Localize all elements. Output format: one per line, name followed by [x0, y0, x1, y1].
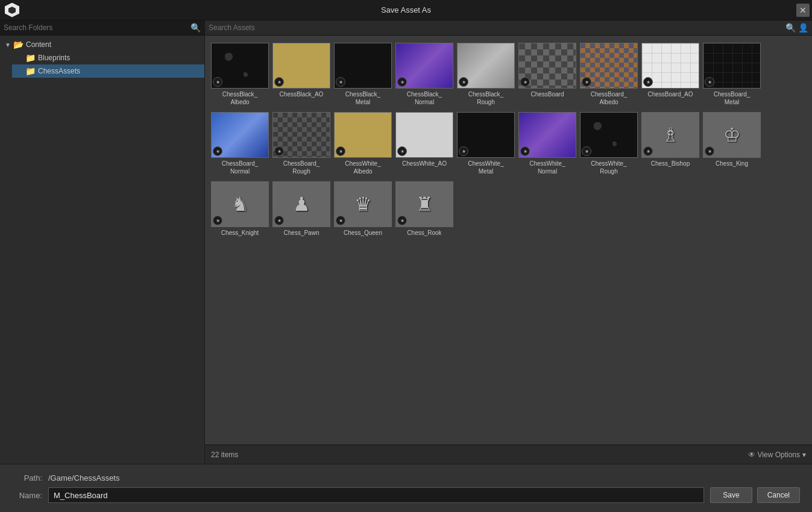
main-content: 🔍 ▼ 📂 Content 📁 Blueprints 📁: [0, 20, 812, 464]
folder-search-button[interactable]: 🔍: [190, 23, 201, 33]
asset-thumbnail: ★: [518, 43, 576, 89]
asset-thumbnail: ★: [334, 43, 392, 89]
asset-item[interactable]: ★ChessBoard_ Normal: [210, 110, 270, 178]
view-options-label: View Options: [758, 451, 800, 459]
asset-item[interactable]: ★ChessBlack_ Rough: [456, 40, 516, 108]
view-options-button[interactable]: 👁 View Options ▾: [748, 451, 806, 459]
star-badge-icon: ★: [397, 216, 407, 225]
asset-thumbnail: ★: [457, 43, 515, 89]
asset-item[interactable]: ♛★Chess_Queen: [333, 179, 393, 239]
dialog-title: Save Asset As: [381, 5, 431, 14]
asset-item[interactable]: ★ChessWhite_ Normal: [517, 110, 578, 178]
view-options-icon: 👁: [748, 451, 755, 459]
close-button[interactable]: ✕: [796, 4, 810, 17]
tree-item-content[interactable]: ▼ 📂 Content: [0, 38, 204, 51]
asset-item[interactable]: ★ChessBoard_AO: [640, 40, 700, 108]
asset-name-label: ChessWhite_ Albedo: [345, 160, 380, 175]
content-area: 🔍 👤 ★ChessBlack_ Albedo★ChessBlack_AO★Ch…: [205, 20, 812, 464]
star-badge-icon: ★: [459, 77, 468, 87]
chess-piece-icon: ♜: [416, 193, 433, 216]
star-badge-icon: ★: [705, 77, 714, 87]
asset-item[interactable]: ♞★Chess_Knight: [210, 179, 270, 239]
star-badge-icon: ★: [274, 77, 284, 87]
status-bar: 22 items 👁 View Options ▾: [205, 445, 812, 464]
tree-item-chessassets[interactable]: 📁 ChessAssets: [12, 64, 204, 78]
tree-item-blueprints[interactable]: 📁 Blueprints: [12, 51, 204, 64]
asset-name-label: ChessBoard_ Rough: [283, 160, 320, 175]
asset-thumbnail: ♛★: [334, 181, 392, 227]
asset-thumbnail: ★: [580, 43, 638, 89]
folder-open-icon-content: 📂: [13, 40, 24, 49]
asset-thumbnail: ★: [211, 43, 269, 89]
star-badge-icon: ★: [582, 146, 591, 156]
tree-label-blueprints: Blueprints: [38, 54, 70, 62]
asset-item[interactable]: ♗★Chess_Bishop: [640, 110, 700, 178]
asset-item[interactable]: ♔★Chess_King: [702, 110, 762, 178]
asset-name-label: ChessBlack_ Normal: [407, 90, 442, 106]
asset-thumbnail: ♞★: [211, 181, 269, 227]
cancel-button[interactable]: Cancel: [757, 487, 800, 503]
asset-thumbnail: ★: [580, 112, 638, 158]
asset-item[interactable]: ★ChessWhite_ Metal: [456, 110, 516, 178]
asset-item[interactable]: ★ChessBoard: [517, 40, 578, 108]
asset-name-label: ChessBlack_AO: [280, 90, 324, 98]
asset-thumbnail: ★: [272, 112, 330, 158]
asset-item[interactable]: ★ChessBoard_ Rough: [271, 110, 332, 178]
chess-piece-icon: ♟: [293, 193, 310, 216]
asset-thumbnail: ♗★: [641, 112, 699, 158]
asset-item[interactable]: ★ChessBlack_AO: [271, 40, 332, 108]
name-input[interactable]: [48, 487, 704, 503]
asset-name-label: ChessBlack_ Albedo: [222, 90, 257, 106]
asset-name-label: ChessBlack_ Rough: [468, 90, 503, 106]
asset-item[interactable]: ♜★Chess_Rook: [394, 179, 455, 239]
asset-name-label: ChessBoard_ Normal: [222, 160, 259, 175]
save-button[interactable]: Save: [710, 487, 752, 503]
star-badge-icon: ★: [705, 146, 714, 156]
asset-thumbnail: ★: [272, 43, 330, 89]
asset-thumbnail: ♜★: [395, 181, 453, 227]
app-logo: [5, 3, 19, 17]
star-badge-icon: ★: [459, 146, 468, 156]
asset-thumbnail: ★: [518, 112, 576, 158]
star-badge-icon: ★: [213, 216, 222, 225]
asset-item[interactable]: ★ChessWhite_AO: [394, 110, 455, 178]
asset-item[interactable]: ★ChessWhite_ Rough: [579, 110, 639, 178]
asset-name-label: ChessBoard_AO: [647, 90, 693, 98]
asset-name-label: Chess_Knight: [221, 229, 259, 237]
asset-item[interactable]: ★ChessBlack_ Normal: [394, 40, 455, 108]
asset-name-label: Chess_Queen: [344, 229, 382, 237]
star-badge-icon: ★: [336, 146, 345, 156]
asset-name-label: ChessWhite_ Rough: [591, 160, 626, 175]
asset-name-label: Chess_King: [716, 160, 748, 167]
star-badge-icon: ★: [213, 146, 222, 156]
star-badge-icon: ★: [397, 146, 407, 156]
bottom-fields: Path: /Game/ChessAssets Name: Save Cance…: [12, 473, 800, 503]
asset-item[interactable]: ★ChessWhite_ Albedo: [333, 110, 393, 178]
asset-search-input[interactable]: [209, 23, 783, 32]
view-options-chevron-icon: ▾: [802, 451, 806, 459]
asset-item[interactable]: ★ChessBlack_ Metal: [333, 40, 393, 108]
asset-thumbnail: ★: [641, 43, 699, 89]
asset-item[interactable]: ★ChessBlack_ Albedo: [210, 40, 270, 108]
asset-search-button[interactable]: 🔍: [785, 23, 796, 33]
asset-item[interactable]: ★ChessBoard_ Albedo: [579, 40, 639, 108]
tree-children-content: 📁 Blueprints 📁 ChessAssets: [0, 51, 204, 78]
asset-item[interactable]: ★ChessBoard_ Metal: [702, 40, 762, 108]
tree-label-content: Content: [26, 40, 51, 49]
path-row: Path: /Game/ChessAssets: [12, 473, 800, 482]
asset-filter-button[interactable]: 👤: [798, 23, 808, 33]
folder-search-input[interactable]: [4, 23, 188, 32]
asset-name-label: Chess_Pawn: [284, 229, 319, 237]
asset-thumbnail: ★: [211, 112, 269, 158]
sidebar: 🔍 ▼ 📂 Content 📁 Blueprints 📁: [0, 20, 205, 464]
asset-item[interactable]: ♟★Chess_Pawn: [271, 179, 332, 239]
star-badge-icon: ★: [643, 146, 653, 156]
bottom-bar: Path: /Game/ChessAssets Name: Save Cance…: [0, 464, 812, 512]
star-badge-icon: ★: [213, 77, 222, 87]
asset-thumbnail: ♔★: [703, 112, 761, 158]
star-badge-icon: ★: [336, 216, 345, 225]
save-asset-dialog: Save Asset As ✕ 🔍 ▼ 📂 Content 📁: [0, 0, 812, 512]
asset-name-label: ChessBoard_ Albedo: [591, 90, 628, 106]
folder-tree: ▼ 📂 Content 📁 Blueprints 📁 ChessAssets: [0, 36, 204, 464]
asset-thumbnail: ★: [395, 43, 453, 89]
